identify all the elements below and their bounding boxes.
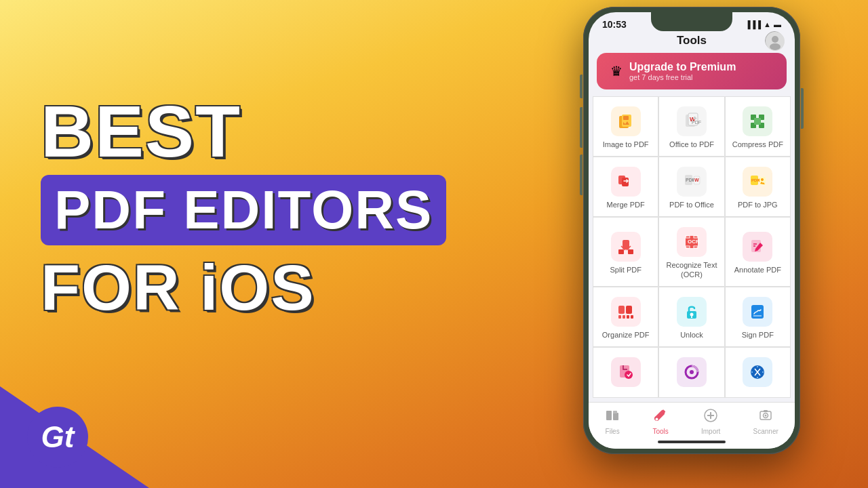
organize-pdf-icon	[611, 297, 641, 327]
svg-point-24	[761, 178, 764, 181]
svg-rect-5	[623, 116, 629, 120]
tool-label-merge-pdf: Merge PDF	[607, 201, 645, 209]
app-header: Tools	[589, 31, 795, 53]
svg-rect-40	[623, 315, 625, 319]
tool-extra-2[interactable]	[658, 347, 724, 398]
tool-label-office-to-pdf: Office to PDF	[669, 140, 714, 149]
recognize-text-icon: OCR	[677, 227, 707, 257]
scrollable-content: ♛ Upgrade to Premium get 7 days free tri…	[589, 53, 795, 430]
pdf-to-office-icon: PDF W	[677, 167, 707, 197]
svg-rect-42	[631, 315, 633, 319]
svg-point-44	[690, 312, 693, 316]
svg-text:W: W	[694, 178, 699, 182]
tool-label-recognize-text: Recognize Text (OCR)	[665, 261, 718, 279]
tool-label-sign-pdf: Sign PDF	[742, 331, 774, 340]
svg-rect-41	[627, 315, 629, 319]
phone-notch	[651, 12, 732, 31]
premium-title: Upgrade to Premium	[629, 61, 773, 73]
more-tools-row	[593, 347, 791, 398]
mute-button	[580, 75, 583, 98]
tool-pdf-to-office[interactable]: PDF W PDF to Office	[658, 157, 724, 217]
svg-rect-55	[613, 411, 617, 413]
svg-point-51	[690, 370, 694, 374]
tool-image-to-pdf[interactable]: Image to PDF	[593, 96, 658, 157]
annotate-pdf-icon	[743, 232, 772, 262]
svg-text:OCR: OCR	[688, 239, 700, 245]
import-tab-icon	[703, 408, 718, 426]
svg-point-63	[765, 415, 767, 417]
tool-office-to-pdf[interactable]: W PDF Office to PDF	[658, 96, 724, 157]
tool-split-pdf[interactable]: Split PDF	[593, 217, 658, 286]
svg-point-2	[770, 43, 781, 50]
image-to-pdf-icon	[611, 106, 641, 136]
tool-label-organize-pdf: Organize PDF	[602, 331, 650, 340]
crown-icon: ♛	[610, 63, 623, 79]
tool-extra-3[interactable]	[725, 347, 791, 398]
tab-scanner[interactable]: Scanner	[753, 408, 778, 435]
tool-extra-1[interactable]	[593, 347, 658, 398]
tool-label-compress-pdf: Compress PDF	[732, 140, 783, 149]
tools-grid: Image to PDF W PDF Office	[593, 96, 791, 347]
compress-pdf-icon	[743, 106, 772, 136]
tab-import[interactable]: Import	[701, 408, 720, 435]
svg-rect-26	[618, 249, 624, 254]
tool-label-unlock: Unlock	[680, 331, 703, 340]
tool-label-pdf-to-jpg: PDF to JPG	[738, 201, 778, 209]
tool-annotate-pdf[interactable]: Annotate PDF	[725, 217, 791, 286]
tab-tools[interactable]: Tools	[652, 408, 668, 435]
title-for-ios: FOR iOS	[41, 256, 446, 320]
tab-label-files: Files	[606, 428, 620, 435]
unlock-icon	[677, 297, 707, 327]
tool-label-image-to-pdf: Image to PDF	[603, 140, 649, 149]
svg-point-56	[656, 418, 658, 421]
tool-merge-pdf[interactable]: Merge PDF	[593, 157, 658, 217]
tool-organize-pdf[interactable]: Organize PDF	[593, 287, 658, 347]
tool-compress-pdf[interactable]: Compress PDF	[725, 96, 791, 157]
tool-label-annotate-pdf: Annotate PDF	[734, 266, 781, 274]
title-best: BEST	[41, 95, 446, 168]
svg-rect-14	[754, 118, 761, 125]
svg-rect-54	[613, 413, 618, 420]
tools-tab-icon	[653, 408, 668, 426]
sign-pdf-icon	[743, 297, 772, 327]
gt-logo-circle: Gt	[27, 407, 88, 468]
premium-banner[interactable]: ♛ Upgrade to Premium get 7 days free tri…	[597, 53, 787, 89]
battery-icon: ▬	[774, 20, 781, 28]
tool-sign-pdf[interactable]: Sign PDF	[725, 287, 791, 347]
home-indicator	[658, 441, 726, 443]
volume-down-button	[580, 155, 583, 195]
tool-label-split-pdf: Split PDF	[610, 266, 641, 274]
tab-files[interactable]: Files	[605, 408, 620, 435]
tab-label-import: Import	[701, 428, 720, 435]
status-icons: ▐▐▐ ▲ ▬	[745, 20, 781, 28]
tool-pdf-to-jpg[interactable]: PDF PDF to JPG	[725, 157, 791, 217]
phone-screen: 10:53 ▐▐▐ ▲ ▬ Tools	[589, 12, 795, 449]
status-time: 10:53	[602, 19, 627, 30]
tab-label-tools: Tools	[652, 428, 668, 435]
svg-rect-53	[606, 411, 612, 420]
user-avatar[interactable]	[765, 31, 784, 50]
tool-recognize-text[interactable]: OCR Recognize Text (OCR)	[658, 217, 724, 286]
left-text-block: BEST PDF EDITORS FOR iOS	[41, 95, 446, 320]
office-to-pdf-icon: W PDF	[677, 106, 707, 136]
svg-rect-64	[764, 410, 768, 412]
svg-point-49	[625, 371, 633, 379]
split-pdf-icon	[611, 232, 641, 262]
tool-unlock[interactable]: Unlock	[658, 287, 724, 347]
phone-outer-shell: 10:53 ▐▐▐ ▲ ▬ Tools	[583, 7, 800, 454]
scanner-tab-icon	[758, 408, 773, 426]
svg-rect-38	[626, 306, 632, 314]
wifi-icon: ▲	[764, 20, 771, 28]
pdf-to-jpg-icon: PDF	[743, 167, 772, 197]
files-tab-icon	[605, 408, 620, 426]
premium-text: Upgrade to Premium get 7 days free trial	[629, 61, 773, 81]
power-button	[801, 88, 804, 129]
app-title: Tools	[677, 34, 707, 47]
volume-up-button	[580, 107, 583, 148]
svg-rect-37	[618, 306, 625, 314]
title-pdf-editors: PDF EDITORS	[41, 175, 446, 245]
extra-tool-1-icon	[611, 357, 641, 387]
premium-subtitle: get 7 days free trial	[629, 73, 773, 81]
svg-point-1	[772, 36, 778, 43]
svg-rect-27	[628, 249, 633, 254]
